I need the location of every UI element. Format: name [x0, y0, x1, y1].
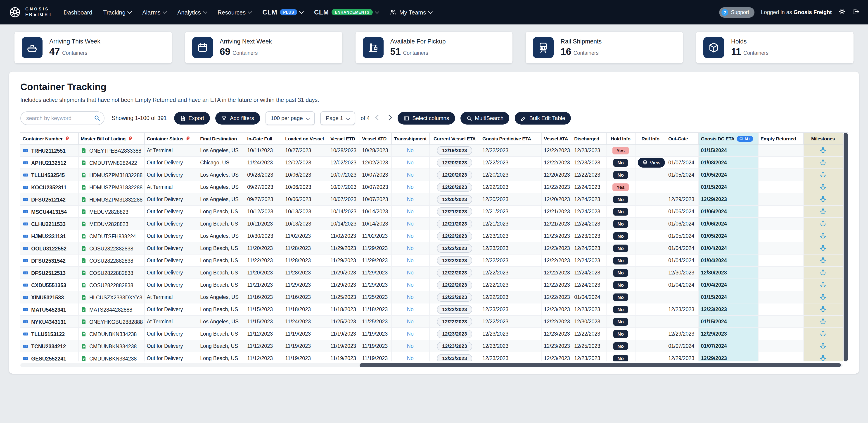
- milestones-anchor-icon[interactable]: [819, 342, 827, 349]
- horizontal-scrollbar[interactable]: [360, 363, 841, 367]
- select-columns-button[interactable]: Select columns: [398, 112, 455, 124]
- transshipment-link[interactable]: No: [407, 282, 413, 288]
- nav-item-tracking[interactable]: Tracking: [103, 9, 131, 16]
- export-button[interactable]: Export: [174, 112, 210, 124]
- stat-card-arriving-next-week[interactable]: Arriving Next Week69Containers: [185, 32, 342, 63]
- table-row[interactable]: XINU5321533HLCUSZX2333DXYY3At TerminalLo…: [20, 291, 843, 303]
- stat-card-available-for-pickup[interactable]: Available For Pickup51Containers: [355, 32, 513, 63]
- transshipment-link[interactable]: No: [407, 233, 413, 239]
- stat-card-rail-shipments[interactable]: Rail Shipments16Containers: [526, 32, 683, 63]
- col-header-out-gate[interactable]: Out-Gate: [666, 133, 699, 144]
- col-header-master-bill-of-lading[interactable]: Master Bill of Lading: [78, 133, 144, 144]
- transshipment-link[interactable]: No: [407, 184, 413, 190]
- table-row[interactable]: DFSU2512513COSU2822882838Out for Deliver…: [20, 266, 843, 279]
- transshipment-link[interactable]: No: [407, 221, 413, 226]
- logout-button[interactable]: [852, 8, 860, 17]
- col-header-vessel-atd[interactable]: Vessel ATD: [360, 133, 391, 144]
- table-row[interactable]: KOCU2352311HDMUSZPM31832288At TerminalLo…: [20, 181, 843, 193]
- transshipment-link[interactable]: No: [407, 172, 413, 177]
- col-header-container-status[interactable]: Container Status: [144, 133, 198, 144]
- transshipment-link[interactable]: No: [407, 270, 413, 275]
- col-header-container-number[interactable]: Container Number: [20, 133, 78, 144]
- col-header-vessel-etd[interactable]: Vessel ETD: [328, 133, 360, 144]
- col-header-vessel-ata[interactable]: Vessel ATA: [541, 133, 572, 144]
- nav-item-dashboard[interactable]: Dashboard: [64, 9, 92, 16]
- transshipment-link[interactable]: No: [407, 148, 413, 153]
- settings-gear-button[interactable]: [838, 8, 846, 17]
- table-row[interactable]: DFSU2531542COSU2822882838Out for Deliver…: [20, 254, 843, 266]
- transshipment-link[interactable]: No: [407, 356, 413, 361]
- milestones-anchor-icon[interactable]: [819, 318, 827, 325]
- milestones-anchor-icon[interactable]: [819, 232, 827, 239]
- milestones-anchor-icon[interactable]: [819, 293, 827, 300]
- milestones-anchor-icon[interactable]: [819, 183, 827, 190]
- per-page-select[interactable]: 100 per page: [265, 111, 315, 125]
- col-header-discharged[interactable]: Discharged: [572, 133, 606, 144]
- milestones-anchor-icon[interactable]: [819, 244, 827, 251]
- table-row[interactable]: HJMU2331131CMDUTSFH838224Out for Deliver…: [20, 230, 843, 242]
- nav-item-analytics[interactable]: Analytics: [177, 9, 207, 16]
- transshipment-link[interactable]: No: [407, 331, 413, 337]
- col-header-current-vessel-eta[interactable]: Current Vessel ETA: [429, 133, 480, 144]
- table-row[interactable]: APHU2132512CMDUTWN8282422Out for Deliver…: [20, 157, 843, 169]
- col-header-loaded-on-vessel[interactable]: Loaded on Vessel: [283, 133, 328, 144]
- table-row[interactable]: TLLU5153122CMDUNBKN334238Out for Deliver…: [20, 328, 843, 340]
- col-header-gnosis-predictive-eta[interactable]: Gnosis Predictive ETA: [480, 133, 541, 144]
- table-row[interactable]: OOLU3122552COSU2822882838Out for Deliver…: [20, 242, 843, 254]
- transshipment-link[interactable]: No: [407, 307, 413, 312]
- search-icon[interactable]: [94, 115, 100, 121]
- nav-item-alarms[interactable]: Alarms: [142, 9, 166, 16]
- next-page-button[interactable]: [386, 116, 393, 120]
- col-header-empty-returned[interactable]: Empty Returned: [758, 133, 803, 144]
- nav-item-clm-enhancements[interactable]: CLMENHANCEMENTS: [314, 9, 379, 16]
- vertical-scrollbar[interactable]: [844, 133, 848, 361]
- table-row[interactable]: TLLU4532545HDMUSZPM31832288Out for Deliv…: [20, 169, 843, 181]
- milestones-anchor-icon[interactable]: [819, 208, 827, 215]
- milestones-anchor-icon[interactable]: [819, 269, 827, 276]
- support-button[interactable]: ? Support: [719, 7, 755, 18]
- col-header-in-gate-full[interactable]: In-Gate Full: [245, 133, 283, 144]
- table-row[interactable]: CLHU2211533MEDUV2828823Out for DeliveryL…: [20, 218, 843, 230]
- transshipment-link[interactable]: No: [407, 343, 413, 349]
- add-filters-button[interactable]: Add filters: [216, 112, 260, 124]
- table-row[interactable]: GESU2552241CMDUNBKN334238Out for Deliver…: [20, 352, 843, 361]
- table-row[interactable]: DFSU2512142HDMUSZPM31832288Out for Deliv…: [20, 193, 843, 205]
- table-row[interactable]: NYKU4343131ONEYHKGBU2882888At TerminalLo…: [20, 315, 843, 328]
- nav-item-clm-plus[interactable]: CLMPLUS: [262, 9, 303, 16]
- transshipment-link[interactable]: No: [407, 258, 413, 263]
- col-header-final-destination[interactable]: Final Destination: [198, 133, 245, 144]
- milestones-anchor-icon[interactable]: [819, 146, 827, 153]
- col-header-transshipment[interactable]: Transshipment: [391, 133, 429, 144]
- stat-card-arriving-this-week[interactable]: Arriving This Week47Containers: [14, 32, 172, 63]
- multisearch-button[interactable]: MultiSearch: [461, 112, 509, 124]
- milestones-anchor-icon[interactable]: [819, 171, 827, 178]
- milestones-anchor-icon[interactable]: [819, 257, 827, 263]
- transshipment-link[interactable]: No: [407, 197, 413, 202]
- table-row[interactable]: TCNU2334212CMDUNBKN334238Out for Deliver…: [20, 340, 843, 352]
- milestones-anchor-icon[interactable]: [819, 195, 827, 202]
- table-row[interactable]: CXDU5551353COSU2822882838Out for Deliver…: [20, 279, 843, 291]
- bulk-edit-table-button[interactable]: Bulk Edit Table: [515, 112, 571, 124]
- transshipment-link[interactable]: No: [407, 294, 413, 300]
- prev-page-button[interactable]: [375, 116, 381, 120]
- milestones-anchor-icon[interactable]: [819, 220, 827, 227]
- nav-item-my-teams[interactable]: My Teams: [390, 9, 432, 16]
- table-row[interactable]: MSCU4413154MEDUV2828823Out for DeliveryL…: [20, 205, 843, 218]
- transshipment-link[interactable]: No: [407, 319, 413, 324]
- col-header-milestones[interactable]: Milestones: [803, 133, 843, 144]
- search-input[interactable]: [20, 111, 104, 125]
- table-row[interactable]: MATU5452341MATS2844282888Out for Deliver…: [20, 303, 843, 315]
- transshipment-link[interactable]: No: [407, 246, 413, 251]
- nav-item-resources[interactable]: Resources: [218, 9, 251, 16]
- milestones-anchor-icon[interactable]: [819, 159, 827, 166]
- col-header-gnosis-dc-eta[interactable]: Gnosis DC ETACLM+: [699, 133, 758, 144]
- brand-logo[interactable]: GNOSIS FREIGHT: [8, 5, 53, 19]
- page-select[interactable]: Page 1: [320, 111, 355, 125]
- milestones-anchor-icon[interactable]: [819, 281, 827, 288]
- col-header-hold-info[interactable]: Hold Info: [606, 133, 635, 144]
- milestones-anchor-icon[interactable]: [819, 355, 827, 361]
- stat-card-holds[interactable]: Holds11Containers: [696, 32, 854, 63]
- milestones-anchor-icon[interactable]: [819, 330, 827, 337]
- table-row[interactable]: TRHU2112551ONEYTPEBA2833388At TerminalLo…: [20, 144, 843, 157]
- rail-view-button[interactable]: View: [638, 158, 665, 168]
